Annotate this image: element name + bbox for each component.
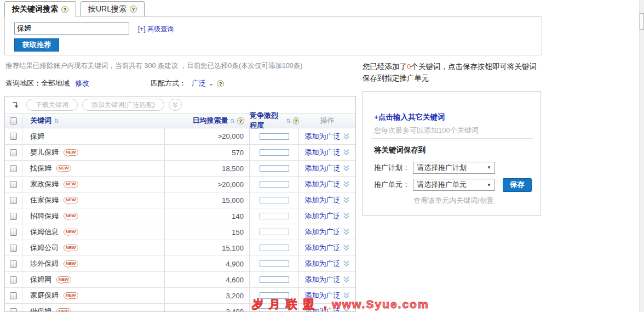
- row-checkbox[interactable]: [10, 165, 17, 172]
- double-chevron-down-icon[interactable]: [343, 181, 350, 188]
- volume-value: 15,000: [222, 196, 244, 205]
- add-as-broad-link[interactable]: 添加为广泛: [305, 275, 341, 285]
- double-chevron-down-icon[interactable]: [343, 149, 350, 156]
- new-badge: NEW: [64, 181, 78, 188]
- row-checkbox[interactable]: [10, 133, 17, 140]
- get-recommendations-button[interactable]: 获取推荐: [14, 38, 59, 52]
- header-action: 操作: [299, 116, 355, 126]
- competition-bar: [260, 197, 289, 203]
- double-chevron-down-icon[interactable]: [343, 229, 350, 235]
- tab-search-by-url[interactable]: 按URL搜索 ?: [81, 1, 145, 16]
- add-as-broad-link[interactable]: 添加为广泛: [305, 307, 341, 312]
- double-chevron-down-icon[interactable]: [343, 292, 350, 299]
- help-icon[interactable]: ?: [130, 5, 137, 13]
- add-as-broad-link[interactable]: 添加为广泛: [305, 211, 341, 221]
- competition-bar: [260, 292, 289, 299]
- row-checkbox[interactable]: [10, 149, 17, 156]
- help-icon[interactable]: ?: [293, 117, 299, 124]
- keyword-text: 招聘保姆: [30, 211, 59, 221]
- add-as-broad-link[interactable]: 添加为广泛: [305, 243, 341, 253]
- volume-cell: 4,900: [165, 256, 250, 271]
- modify-region-link[interactable]: 修改: [75, 78, 89, 88]
- add-as-broad-link[interactable]: 添加为广泛: [305, 132, 341, 141]
- double-chevron-down-icon[interactable]: [343, 165, 350, 172]
- double-chevron-down-icon[interactable]: [343, 260, 350, 267]
- row-checkbox[interactable]: [10, 181, 17, 188]
- save-to-title: 将关键词保存到: [374, 145, 426, 155]
- keyword-cell: 保姆公司 NEW: [22, 240, 165, 256]
- row-checkbox[interactable]: [10, 213, 17, 220]
- row-checkbox[interactable]: [10, 308, 17, 312]
- unit-select[interactable]: 请选择推广单元 ▼: [413, 179, 495, 191]
- row-checkbox[interactable]: [10, 197, 17, 204]
- add-keywords-button[interactable]: 添加关键词(广泛匹配): [82, 99, 164, 111]
- table-body: 保姆 >20,000 添加为广泛: [5, 128, 355, 312]
- help-icon[interactable]: ?: [61, 6, 68, 13]
- chevron-down-icon[interactable]: ⌄: [209, 80, 214, 87]
- row-checkbox[interactable]: [10, 245, 17, 252]
- volume-cell: 15,000: [165, 192, 250, 208]
- row-checkbox-cell: [5, 192, 22, 208]
- add-as-broad-link[interactable]: 添加为广泛: [305, 148, 341, 157]
- add-as-broad-link[interactable]: 添加为广泛: [305, 195, 341, 205]
- row-checkbox[interactable]: [10, 276, 17, 283]
- tab-label: 按关键词搜索: [12, 4, 58, 14]
- new-badge: NEW: [64, 260, 78, 267]
- row-checkbox[interactable]: [10, 229, 17, 236]
- keyword-input[interactable]: [14, 22, 129, 35]
- table-row: 保姆 >20,000 添加为广泛: [5, 128, 355, 144]
- plan-select[interactable]: 请选择推广计划 ▼: [413, 162, 495, 174]
- add-as-broad-link[interactable]: 添加为广泛: [305, 291, 341, 300]
- scrollbar-thumb[interactable]: [640, 13, 644, 30]
- download-keywords-button[interactable]: 下载关键词: [26, 99, 78, 111]
- row-checkbox-cell: [5, 288, 22, 303]
- keyword-text: 住家保姆: [30, 195, 59, 205]
- tab-search-by-keyword[interactable]: 按关键词搜索 ?: [4, 1, 76, 17]
- volume-value: 15,100: [222, 244, 244, 252]
- match-type-value[interactable]: 广泛: [192, 78, 206, 88]
- sort-icon[interactable]: ⇅: [286, 118, 291, 124]
- sort-icon[interactable]: ⇅: [231, 118, 235, 124]
- double-chevron-down-icon[interactable]: [343, 245, 350, 251]
- advanced-query-link[interactable]: [+] 高级查询: [138, 25, 174, 34]
- download-icon[interactable]: [12, 100, 20, 109]
- keyword-text: 做保姆: [30, 307, 51, 312]
- help-icon[interactable]: ?: [217, 80, 224, 87]
- add-as-broad-link[interactable]: 添加为广泛: [305, 179, 341, 189]
- competition-cell: [250, 240, 299, 256]
- new-badge: NEW: [56, 308, 71, 312]
- toolbar-dropdown-button[interactable]: [169, 99, 182, 111]
- select-all-checkbox[interactable]: [10, 117, 17, 124]
- sort-icon[interactable]: ⇅: [54, 118, 59, 124]
- double-chevron-down-icon[interactable]: [343, 197, 350, 203]
- competition-cell: [250, 224, 299, 240]
- row-checkbox[interactable]: [10, 292, 17, 299]
- keyword-cell: 家庭保姆 NEW: [22, 288, 165, 303]
- save-button[interactable]: 保存: [503, 178, 532, 192]
- double-chevron-down-icon[interactable]: [343, 213, 350, 219]
- keyword-cell: 家政保姆 NEW: [22, 177, 165, 192]
- competition-bar: [260, 260, 289, 267]
- add-as-broad-link[interactable]: 添加为广泛: [305, 163, 341, 173]
- keyword-cell: 保姆: [22, 128, 165, 144]
- double-chevron-down-icon[interactable]: [343, 276, 350, 283]
- row-checkbox[interactable]: [10, 260, 17, 268]
- new-badge: NEW: [64, 149, 78, 156]
- add-other-keywords-link[interactable]: +点击输入其它关键词: [374, 112, 445, 122]
- add-as-broad-link[interactable]: 添加为广泛: [305, 259, 341, 269]
- double-chevron-down-icon[interactable]: [343, 308, 350, 312]
- competition-cell: [250, 145, 299, 160]
- add-as-broad-link[interactable]: 添加为广泛: [305, 227, 341, 237]
- volume-cell: >20,000: [165, 128, 250, 144]
- header-keyword-label: 关键词: [30, 116, 51, 126]
- vertical-scrollbar[interactable]: [639, 0, 644, 312]
- keyword-cell: 保姆信息 NEW: [22, 224, 165, 240]
- competition-cell: [250, 208, 299, 224]
- volume-cell: 18,500: [165, 161, 250, 176]
- help-icon[interactable]: ?: [237, 117, 244, 124]
- competition-bar: [260, 133, 289, 140]
- keyword-cell: 招聘保姆 NEW: [22, 208, 165, 224]
- double-chevron-down-icon[interactable]: [343, 133, 350, 140]
- view-unit-keywords-link[interactable]: 查看该单元内关键词/创意: [413, 196, 494, 206]
- volume-value: 18,500: [222, 164, 244, 173]
